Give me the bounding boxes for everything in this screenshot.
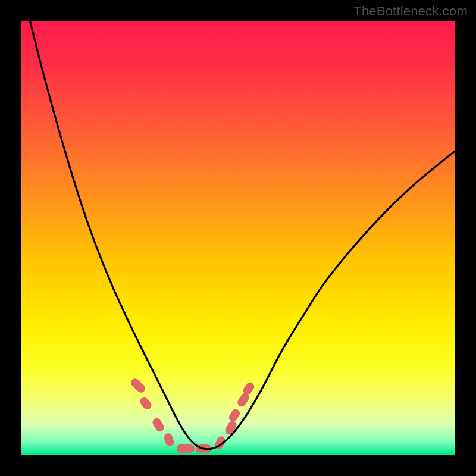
bottleneck-curve [21,21,455,455]
chart-frame: TheBottleneck.com [0,0,476,476]
curve-path [30,21,455,449]
curve-marker [177,444,195,453]
curve-marker [139,396,154,411]
curve-marker [129,377,147,394]
curve-marker [224,419,238,436]
attribution-label: TheBottleneck.com [353,4,468,19]
curve-marker [151,416,165,433]
plot-area [21,21,455,455]
curve-marker [227,408,242,423]
curve-marker [163,432,175,447]
